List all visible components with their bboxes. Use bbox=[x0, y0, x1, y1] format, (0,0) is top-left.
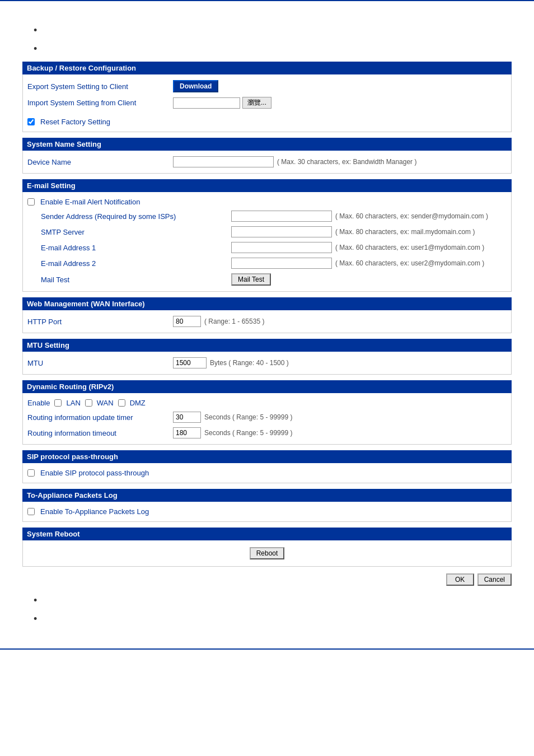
http-port-row: HTTP Port ( Range: 1 - 65535 ) bbox=[27, 314, 507, 329]
lan-label: LAN bbox=[66, 399, 80, 407]
email-section-body: Enable E-mail Alert Notification Sender … bbox=[22, 192, 512, 292]
packets-log-enable-row: Enable To-Appliance Packets Log bbox=[27, 505, 507, 518]
dynamic-routing-header: Dynamic Routing (RIPv2) bbox=[22, 380, 512, 393]
smtp-row: SMTP Server ( Max. 80 characters, ex: ma… bbox=[27, 224, 507, 240]
download-button[interactable]: Download bbox=[173, 80, 218, 92]
reboot-row: Reboot bbox=[27, 544, 507, 563]
web-mgmt-body: HTTP Port ( Range: 1 - 65535 ) bbox=[22, 310, 512, 333]
sender-label: Sender Address (Required by some ISPs) bbox=[41, 212, 231, 221]
reboot-header: System Reboot bbox=[22, 528, 512, 540]
mtu-row: MTU Bytes ( Range: 40 - 1500 ) bbox=[27, 355, 507, 371]
footer-buttons: OK Cancel bbox=[22, 573, 512, 586]
device-name-input[interactable] bbox=[173, 156, 274, 167]
dynamic-routing-body: Enable LAN WAN DMZ Routing information u… bbox=[22, 393, 512, 445]
sip-enable-label: Enable SIP protocol pass-through bbox=[40, 469, 149, 477]
wan-label: WAN bbox=[97, 399, 114, 407]
backup-section-header: Backup / Restore Configuration bbox=[22, 62, 512, 74]
device-name-label: Device Name bbox=[27, 158, 173, 166]
timeout-row: Routing information timeout Seconds ( Ra… bbox=[27, 425, 507, 441]
mtu-header: MTU Setting bbox=[22, 339, 512, 352]
email1-hint: ( Max. 60 characters, ex: user1@mydomain… bbox=[335, 244, 484, 251]
cancel-button[interactable]: Cancel bbox=[477, 573, 512, 586]
wan-checkbox[interactable] bbox=[85, 399, 92, 407]
mtu-body: MTU Bytes ( Range: 40 - 1500 ) bbox=[22, 352, 512, 375]
email-section-header: E-mail Setting bbox=[22, 179, 512, 192]
packets-log-label: Enable To-Appliance Packets Log bbox=[40, 507, 149, 516]
sip-enable-checkbox[interactable] bbox=[27, 469, 35, 477]
reboot-body: Reboot bbox=[22, 540, 512, 567]
sip-body: Enable SIP protocol pass-through bbox=[22, 463, 512, 483]
smtp-input[interactable] bbox=[231, 226, 332, 237]
mail-test-button[interactable]: Mail Test bbox=[231, 273, 271, 286]
ok-button[interactable]: OK bbox=[446, 573, 474, 586]
browse-button[interactable]: 瀏覽... bbox=[242, 97, 271, 109]
mtu-input[interactable] bbox=[173, 357, 207, 368]
system-name-header: System Name Setting bbox=[22, 138, 512, 151]
routing-enable-label: Enable bbox=[27, 399, 50, 407]
smtp-hint: ( Max. 80 characters, ex: mail.mydomain.… bbox=[335, 228, 475, 236]
export-row: Export System Setting to Client Download bbox=[27, 78, 507, 95]
update-timer-input[interactable] bbox=[173, 412, 201, 423]
update-timer-hint: Seconds ( Range: 5 - 99999 ) bbox=[204, 413, 292, 421]
device-name-row: Device Name ( Max. 30 characters, ex: Ba… bbox=[27, 154, 507, 170]
email-enable-checkbox[interactable] bbox=[27, 198, 35, 206]
mtu-label: MTU bbox=[27, 359, 173, 367]
http-port-label: HTTP Port bbox=[27, 318, 173, 326]
import-label: Import System Setting from Client bbox=[27, 99, 173, 107]
update-timer-row: Routing information update timer Seconds… bbox=[27, 409, 507, 425]
import-file-input[interactable] bbox=[173, 97, 240, 109]
email1-row: E-mail Address 1 ( Max. 60 characters, e… bbox=[27, 240, 507, 255]
email2-label: E-mail Address 2 bbox=[41, 259, 231, 268]
mail-test-row: Mail Test Mail Test bbox=[27, 271, 507, 288]
email-enable-label: Enable E-mail Alert Notification bbox=[40, 198, 140, 206]
timeout-input[interactable] bbox=[173, 427, 201, 438]
sender-input[interactable] bbox=[231, 211, 332, 222]
mail-test-label: Mail Test bbox=[41, 276, 231, 284]
reset-factory-row: Reset Factory Setting bbox=[27, 115, 507, 128]
bullet-2: • bbox=[34, 43, 512, 55]
sip-enable-row: Enable SIP protocol pass-through bbox=[27, 466, 507, 479]
mtu-hint: Bytes ( Range: 40 - 1500 ) bbox=[210, 359, 289, 367]
export-label: Export System Setting to Client bbox=[27, 82, 173, 91]
web-mgmt-header: Web Management (WAN Interface) bbox=[22, 297, 512, 310]
http-port-hint: ( Range: 1 - 65535 ) bbox=[204, 318, 264, 325]
packets-log-header: To-Appliance Packets Log bbox=[22, 489, 512, 502]
sender-row: Sender Address (Required by some ISPs) (… bbox=[27, 208, 507, 224]
dmz-label: DMZ bbox=[130, 399, 146, 407]
packets-log-checkbox[interactable] bbox=[27, 508, 35, 515]
bullet-1: • bbox=[34, 25, 512, 36]
smtp-label: SMTP Server bbox=[41, 228, 231, 236]
import-input-group: 瀏覽... bbox=[173, 97, 271, 109]
reset-factory-checkbox[interactable] bbox=[27, 118, 35, 125]
reboot-button[interactable]: Reboot bbox=[250, 547, 285, 559]
email2-row: E-mail Address 2 ( Max. 60 characters, e… bbox=[27, 255, 507, 271]
email2-hint: ( Max. 60 characters, ex: user2@mydomain… bbox=[335, 259, 484, 267]
bullet-3: • bbox=[34, 595, 512, 606]
timeout-hint: Seconds ( Range: 5 - 99999 ) bbox=[204, 429, 292, 437]
email-enable-row: Enable E-mail Alert Notification bbox=[27, 195, 507, 208]
backup-section-body: Export System Setting to Client Download… bbox=[22, 74, 512, 132]
dmz-checkbox[interactable] bbox=[118, 399, 125, 407]
import-row: Import System Setting from Client 瀏覽... bbox=[27, 95, 507, 111]
bullet-4: • bbox=[34, 613, 512, 625]
system-name-body: Device Name ( Max. 30 characters, ex: Ba… bbox=[22, 151, 512, 174]
timeout-label: Routing information timeout bbox=[27, 429, 173, 437]
update-timer-label: Routing information update timer bbox=[27, 413, 173, 422]
http-port-input[interactable] bbox=[173, 316, 201, 327]
reset-factory-label: Reset Factory Setting bbox=[40, 118, 110, 126]
device-name-hint: ( Max. 30 characters, ex: Bandwidth Mana… bbox=[277, 158, 416, 166]
email2-input[interactable] bbox=[231, 258, 332, 269]
packets-log-body: Enable To-Appliance Packets Log bbox=[22, 502, 512, 522]
sender-hint: ( Max. 60 characters, ex: sender@mydomai… bbox=[335, 212, 488, 220]
lan-checkbox[interactable] bbox=[54, 399, 62, 407]
email1-input[interactable] bbox=[231, 242, 332, 253]
email1-label: E-mail Address 1 bbox=[41, 244, 231, 252]
routing-enable-row: Enable LAN WAN DMZ bbox=[27, 396, 507, 409]
sip-header: SIP protocol pass-through bbox=[22, 450, 512, 463]
